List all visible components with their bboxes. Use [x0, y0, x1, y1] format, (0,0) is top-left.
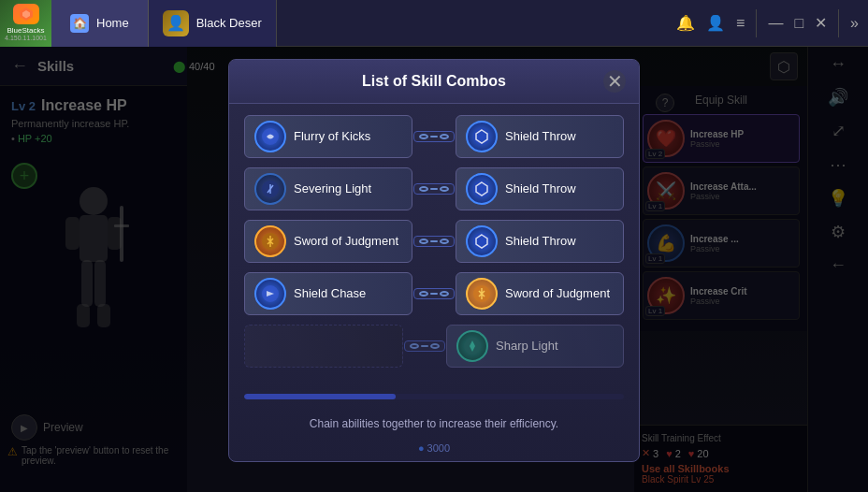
- shield-throw-icon-2: [466, 173, 498, 205]
- shield-throw-label-2: Shield Throw: [505, 181, 576, 195]
- footer-description: Chain abilities together to increase the…: [310, 417, 558, 430]
- maximize-icon[interactable]: □: [794, 15, 803, 32]
- combo-row-3: Sword of Judgment Shield Throw: [244, 220, 624, 263]
- modal-header: List of Skill Combos ✕: [229, 60, 639, 104]
- notifications-icon[interactable]: 🔔: [676, 14, 695, 32]
- topbar: BlueStacks 4.150.11.1001 🏠 Home 👤 Black …: [0, 0, 868, 47]
- flurry-icon: [254, 121, 286, 152]
- topbar-right: 🔔 👤 ≡ — □ ✕ »: [676, 9, 868, 37]
- progress-fill: [244, 394, 396, 399]
- severing-icon: [254, 173, 286, 205]
- modal-scroll-area: [229, 383, 639, 399]
- combo-row-5: Sharp Light: [244, 325, 624, 368]
- combo-skill-empty: [244, 325, 403, 368]
- combo-skill-severing[interactable]: Severing Light: [244, 167, 412, 210]
- combo-skill-shield-chase[interactable]: Shield Chase: [244, 272, 412, 315]
- shield-throw-icon-3: [466, 225, 498, 257]
- chain-arrow-3: [420, 236, 448, 247]
- progress-value-area: ● 3000: [229, 442, 639, 461]
- sword-judgment-label-2: Sword of Judgment: [505, 286, 610, 300]
- account-icon[interactable]: 👤: [706, 14, 725, 32]
- combo-skill-shield-throw-2[interactable]: Shield Throw: [456, 167, 624, 210]
- bs-icon: [13, 4, 39, 24]
- combo-row-4: Shield Chase Sword of Judgment: [244, 272, 624, 315]
- expand-icon[interactable]: »: [850, 15, 859, 32]
- flurry-label: Flurry of Kicks: [294, 129, 370, 143]
- combo-row-1: Flurry of Kicks Shield Throw: [244, 115, 624, 158]
- modal-overlay: List of Skill Combos ✕ Flurry of Kicks: [0, 47, 868, 492]
- sword-judgment-icon-2: [466, 278, 498, 310]
- combo-skill-flurry[interactable]: Flurry of Kicks: [244, 115, 412, 158]
- combo-skill-shield-throw-1[interactable]: Shield Throw: [456, 115, 624, 158]
- chain-arrow-1: [420, 131, 448, 142]
- menu-icon[interactable]: ≡: [736, 15, 745, 32]
- shield-chase-icon: [254, 278, 286, 310]
- sword-judgment-label-1: Sword of Judgment: [294, 234, 398, 248]
- chain-arrow-4: [420, 288, 448, 299]
- shield-throw-icon-1: [466, 121, 498, 152]
- game-area: ← Skills Lv 2 Increase HP Permanently in…: [0, 47, 868, 492]
- close-icon[interactable]: ✕: [815, 14, 827, 32]
- skill-combos-modal: List of Skill Combos ✕ Flurry of Kicks: [228, 59, 640, 462]
- sharp-light-label: Sharp Light: [496, 339, 558, 353]
- tab-game[interactable]: 👤 Black Deser: [149, 0, 277, 47]
- combo-row-2: Severing Light Shield Throw: [244, 167, 624, 210]
- combo-skill-sharp-light[interactable]: Sharp Light: [446, 325, 624, 368]
- combo-skill-shield-throw-3[interactable]: Shield Throw: [456, 220, 624, 263]
- modal-footer: Chain abilities together to increase the…: [229, 407, 639, 442]
- home-tab-label: Home: [96, 16, 129, 30]
- modal-title: List of Skill Combos: [362, 73, 506, 90]
- sword-judgment-icon-1: [254, 225, 286, 257]
- game-tab-label: Black Deser: [196, 16, 262, 30]
- shield-throw-label-3: Shield Throw: [505, 234, 576, 248]
- modal-close-button[interactable]: ✕: [603, 70, 626, 93]
- scroll-progress: [244, 394, 624, 399]
- combo-skill-sword-1[interactable]: Sword of Judgment: [244, 220, 412, 263]
- modal-body: Flurry of Kicks Shield Throw: [229, 104, 639, 383]
- chain-arrow-2: [420, 183, 448, 195]
- game-tab-icon: 👤: [163, 10, 189, 36]
- bs-name: BlueStacks 4.150.11.1001: [5, 26, 47, 43]
- minimize-icon[interactable]: —: [768, 15, 783, 32]
- combo-skill-sword-2[interactable]: Sword of Judgment: [456, 272, 624, 315]
- tab-home[interactable]: 🏠 Home: [51, 0, 149, 47]
- bluestacks-logo: BlueStacks 4.150.11.1001: [0, 0, 51, 47]
- shield-throw-label-1: Shield Throw: [505, 129, 576, 143]
- home-tab-icon: 🏠: [70, 14, 89, 33]
- progress-value: ● 3000: [418, 442, 450, 454]
- chain-arrow-5: [411, 340, 439, 352]
- shield-chase-label: Shield Chase: [294, 286, 366, 300]
- sharp-light-icon: [456, 330, 488, 362]
- severing-label: Severing Light: [294, 181, 371, 195]
